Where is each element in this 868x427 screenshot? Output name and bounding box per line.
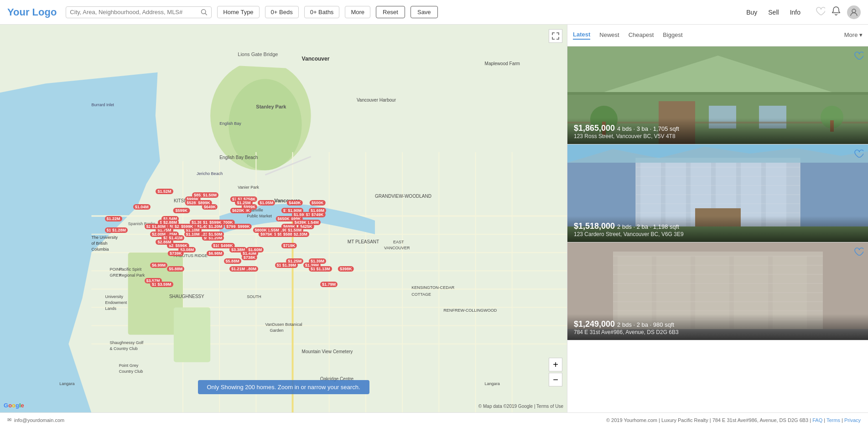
listing-address: 123 Cardero Street, Vancouver BC, V6G 3E… (574, 231, 862, 237)
header-icons (815, 5, 861, 19)
footer-privacy[interactable]: Privacy (844, 417, 861, 423)
tab-more[interactable]: More ▾ (844, 31, 863, 39)
sort-bar: Latest Newest Cheapest Biggest More ▾ (567, 25, 868, 46)
map-notice: Only Showing 200 homes. Zoom in or narro… (198, 380, 369, 394)
listing-favorite-button[interactable] (853, 149, 863, 161)
tab-latest[interactable]: Latest (573, 31, 590, 40)
footer-center: © 2019 Yourhome.com | Luxury Pacific Rea… (606, 417, 861, 423)
listing-overlay: $1,518,000 2 bds · 2 ba · 1,198 sqft 123… (567, 216, 868, 242)
user-avatar[interactable] (847, 5, 861, 19)
footer-left: ✉ info@yourdomain.com (7, 417, 64, 423)
search-box (66, 6, 212, 18)
search-icon (201, 9, 208, 16)
footer-email: info@yourdomain.com (14, 417, 64, 423)
notifications-icon[interactable] (832, 6, 841, 18)
price-marker[interactable]: $1.79M (320, 282, 338, 287)
price-marker[interactable]: $596K (173, 243, 189, 248)
price-marker[interactable]: $2.86M (156, 239, 173, 245)
listing-card[interactable]: $1,518,000 2 bds · 2 ba · 1,198 sqft 123… (567, 144, 868, 242)
svg-rect-80 (567, 92, 868, 95)
baths-filter[interactable]: 0+ Baths (304, 6, 340, 18)
price-marker[interactable]: $498K (219, 243, 235, 248)
price-marker[interactable]: $1.60M (246, 247, 264, 252)
price-marker[interactable]: $1.22M (105, 216, 122, 221)
price-marker[interactable]: $599K (208, 220, 223, 225)
nav-links: Buy Sell Info (746, 9, 800, 16)
map-price-markers: $1.04M$1.52M$1.66K$999K$851$1.50M$528K$8… (0, 25, 567, 412)
price-marker[interactable]: $1.21M (229, 266, 247, 272)
nav-info[interactable]: Info (790, 9, 800, 16)
zoom-in-button[interactable]: + (549, 358, 562, 371)
fullscreen-button[interactable] (549, 29, 562, 43)
listing-overlay: $1,865,000 4 bds · 3 ba · 1,705 sqft 123… (567, 118, 868, 144)
price-marker[interactable]: $5.88M (224, 258, 241, 264)
price-marker[interactable]: $1.52M (156, 189, 173, 194)
footer: ✉ info@yourdomain.com © 2019 Yourhome.co… (0, 412, 868, 427)
nav-sell[interactable]: Sell (768, 9, 779, 16)
price-marker[interactable]: $1.50M (201, 192, 218, 198)
listing-favorite-button[interactable] (853, 247, 863, 259)
email-icon: ✉ (7, 417, 11, 423)
price-marker[interactable]: $975K (259, 232, 275, 237)
price-marker[interactable]: $440K (287, 200, 303, 206)
price-marker[interactable]: $1.13M (314, 266, 332, 272)
price-marker[interactable]: $749K (310, 212, 326, 217)
search-input[interactable] (70, 9, 201, 15)
favorites-icon[interactable] (815, 6, 825, 18)
price-marker[interactable]: $5.88M (167, 266, 184, 272)
price-marker[interactable]: $719K (281, 243, 297, 248)
google-logo: Google (4, 402, 24, 409)
svg-point-0 (202, 9, 206, 13)
price-marker[interactable]: $1.50M (286, 227, 303, 233)
price-marker[interactable]: $650K (275, 216, 291, 221)
price-marker[interactable]: $739K (168, 251, 184, 256)
price-marker[interactable]: $1.50M (207, 232, 224, 237)
price-marker[interactable]: $999K (236, 224, 252, 229)
zoom-out-button[interactable]: − (549, 373, 562, 386)
price-marker[interactable]: $1.80M (150, 224, 167, 229)
listing-overlay: $1,249,000 2 bds · 2 ba · 980 sqft 784 E… (567, 314, 868, 340)
save-button[interactable]: Save (411, 6, 438, 18)
listings-scroll[interactable]: $1,865,000 4 bds · 3 ba · 1,705 sqft 123… (567, 46, 868, 412)
price-marker[interactable]: $6.98M (207, 251, 224, 256)
listing-favorite-button[interactable] (853, 51, 863, 63)
listing-price: $1,518,000 2 bds · 2 ba · 1,198 sqft (574, 221, 862, 231)
price-marker[interactable]: $6.99M (150, 262, 167, 268)
map-copyright: © Map data ©2019 Google | Terms of Use (478, 404, 563, 409)
price-marker[interactable]: $1.04M (133, 204, 151, 210)
nav-buy[interactable]: Buy (746, 9, 757, 16)
header: Your Logo Home Type 0+ Beds 0+ Baths Mor… (0, 0, 868, 25)
home-type-filter[interactable]: Home Type (217, 6, 259, 18)
tab-newest[interactable]: Newest (599, 31, 619, 39)
price-marker[interactable]: $620K (230, 208, 246, 213)
price-marker[interactable]: $649K (202, 204, 218, 210)
price-marker[interactable]: $3.59M (156, 282, 173, 287)
footer-faq[interactable]: FAQ (812, 417, 822, 423)
price-marker[interactable]: $599K (173, 208, 189, 213)
footer-terms[interactable]: Terms (826, 417, 840, 423)
svg-point-2 (852, 9, 856, 13)
listing-card[interactable]: $1,249,000 2 bds · 2 ba · 980 sqft 784 E… (567, 242, 868, 340)
svg-line-1 (205, 13, 207, 15)
price-marker[interactable]: $1.28M (110, 227, 128, 233)
logo[interactable]: Your Logo (7, 6, 57, 18)
price-marker[interactable]: $1.10M (184, 232, 202, 237)
tab-biggest[interactable]: Biggest (663, 31, 682, 39)
map-area[interactable]: Stanley Park English Bay Beach KITSILANO… (0, 25, 567, 412)
listings-panel: Latest Newest Cheapest Biggest More ▾ (567, 25, 868, 412)
more-filter[interactable]: More (345, 6, 370, 18)
main: Stanley Park English Bay Beach KITSILANO… (0, 25, 868, 412)
price-marker[interactable]: $599K (179, 224, 195, 229)
listing-price: $1,249,000 2 bds · 2 ba · 980 sqft (574, 319, 862, 329)
price-marker[interactable]: $500K (310, 200, 326, 206)
price-marker[interactable]: $398K (338, 266, 354, 272)
listing-card[interactable]: $1,865,000 4 bds · 3 ba · 1,705 sqft 123… (567, 46, 868, 144)
beds-filter[interactable]: 0+ Beds (265, 6, 299, 18)
tab-cheapest[interactable]: Cheapest (629, 31, 654, 39)
listing-address: 784 E 31st Ave#986, Avenue, DS D2G 6B3 (574, 329, 862, 335)
price-marker[interactable]: $1.39M (281, 262, 298, 268)
price-marker[interactable]: $1.39M (309, 258, 326, 264)
reset-button[interactable]: Reset (376, 6, 405, 18)
price-marker[interactable]: $1.05M (258, 200, 275, 206)
listing-price: $1,865,000 4 bds · 3 ba · 1,705 sqft (574, 123, 862, 133)
